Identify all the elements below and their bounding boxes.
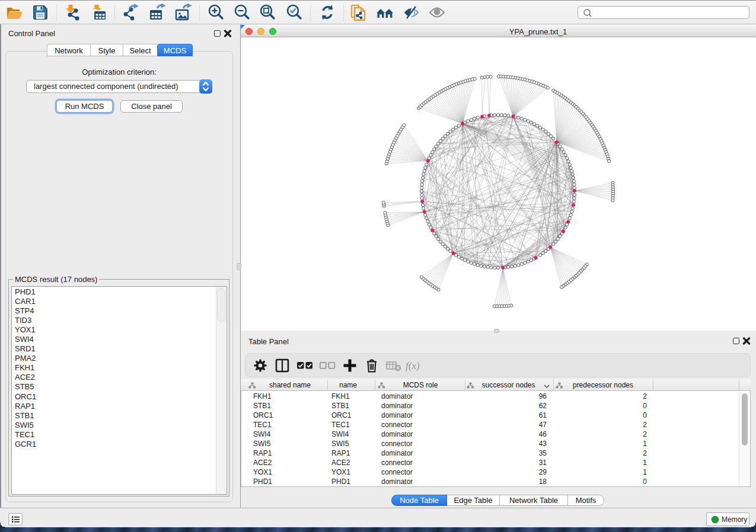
svg-text:f(x): f(x) — [406, 360, 420, 371]
